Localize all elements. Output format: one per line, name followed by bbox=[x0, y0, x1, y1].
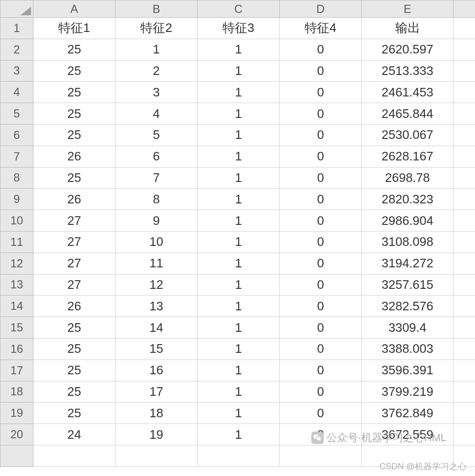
column-header-D[interactable]: D bbox=[280, 0, 362, 18]
cell-next-E[interactable] bbox=[362, 445, 454, 467]
cell-20-E[interactable]: 3672.559 bbox=[362, 424, 454, 445]
row-header-9[interactable]: 9 bbox=[0, 189, 33, 210]
cell-next-next[interactable] bbox=[454, 445, 475, 467]
cell-20-C[interactable]: 1 bbox=[198, 424, 280, 445]
cell-1-B[interactable]: 特征2 bbox=[116, 18, 198, 39]
cell-16-B[interactable]: 15 bbox=[116, 338, 198, 360]
row-header-18[interactable]: 18 bbox=[0, 381, 33, 403]
cell-20-next[interactable] bbox=[454, 424, 475, 445]
cell-13-B[interactable]: 12 bbox=[116, 275, 198, 296]
row-header-6[interactable]: 6 bbox=[0, 125, 33, 146]
cell-13-C[interactable]: 1 bbox=[198, 275, 280, 296]
cell-9-B[interactable]: 8 bbox=[116, 189, 198, 210]
row-header-13[interactable]: 13 bbox=[0, 275, 33, 296]
cell-18-A[interactable]: 25 bbox=[33, 381, 116, 403]
cell-19-A[interactable]: 25 bbox=[33, 402, 116, 424]
cell-1-E[interactable]: 输出 bbox=[362, 18, 454, 39]
cell-16-D[interactable]: 0 bbox=[280, 338, 362, 360]
cell-12-C[interactable]: 1 bbox=[198, 253, 280, 275]
row-header-19[interactable]: 19 bbox=[0, 402, 33, 424]
cell-8-A[interactable]: 25 bbox=[33, 168, 116, 189]
cell-next-A[interactable] bbox=[33, 445, 116, 467]
row-header-5[interactable]: 5 bbox=[0, 103, 33, 125]
cell-2-E[interactable]: 2620.597 bbox=[362, 39, 454, 61]
cell-12-E[interactable]: 3194.272 bbox=[362, 253, 454, 275]
cell-2-A[interactable]: 25 bbox=[33, 39, 116, 61]
cell-16-C[interactable]: 1 bbox=[198, 338, 280, 360]
cell-11-B[interactable]: 10 bbox=[116, 232, 198, 253]
cell-12-A[interactable]: 27 bbox=[33, 253, 116, 275]
cell-5-C[interactable]: 1 bbox=[198, 103, 280, 125]
select-all-corner[interactable] bbox=[0, 0, 33, 18]
cell-12-D[interactable]: 0 bbox=[280, 253, 362, 275]
cell-18-next[interactable] bbox=[454, 381, 475, 403]
row-header-16[interactable]: 16 bbox=[0, 338, 33, 360]
cell-next-B[interactable] bbox=[116, 445, 198, 467]
cell-7-E[interactable]: 2628.167 bbox=[362, 146, 454, 168]
cell-17-B[interactable]: 16 bbox=[116, 360, 198, 381]
cell-11-E[interactable]: 3108.098 bbox=[362, 232, 454, 253]
row-header-next[interactable] bbox=[0, 445, 33, 467]
cell-14-E[interactable]: 3282.576 bbox=[362, 296, 454, 317]
cell-5-A[interactable]: 25 bbox=[33, 103, 116, 125]
row-header-8[interactable]: 8 bbox=[0, 168, 33, 189]
cell-10-C[interactable]: 1 bbox=[198, 210, 280, 232]
cell-17-A[interactable]: 25 bbox=[33, 360, 116, 381]
cell-1-A[interactable]: 特征1 bbox=[33, 18, 116, 39]
cell-18-E[interactable]: 3799.219 bbox=[362, 381, 454, 403]
cell-18-D[interactable]: 0 bbox=[280, 381, 362, 403]
cell-8-D[interactable]: 0 bbox=[280, 168, 362, 189]
cell-12-next[interactable] bbox=[454, 253, 475, 275]
cell-17-E[interactable]: 3596.391 bbox=[362, 360, 454, 381]
cell-10-A[interactable]: 27 bbox=[33, 210, 116, 232]
cell-8-C[interactable]: 1 bbox=[198, 168, 280, 189]
column-header-A[interactable]: A bbox=[33, 0, 116, 18]
cell-7-next[interactable] bbox=[454, 146, 475, 168]
cell-15-B[interactable]: 14 bbox=[116, 317, 198, 338]
cell-9-A[interactable]: 26 bbox=[33, 189, 116, 210]
cell-4-next[interactable] bbox=[454, 82, 475, 103]
cell-14-next[interactable] bbox=[454, 296, 475, 317]
cell-3-E[interactable]: 2513.333 bbox=[362, 61, 454, 82]
cell-4-A[interactable]: 25 bbox=[33, 82, 116, 103]
spreadsheet-grid[interactable]: ABCDE1特征1特征2特征3特征4输出2251102620.597325210… bbox=[0, 0, 475, 467]
cell-8-next[interactable] bbox=[454, 168, 475, 189]
column-header-B[interactable]: B bbox=[116, 0, 198, 18]
row-header-10[interactable]: 10 bbox=[0, 210, 33, 232]
cell-2-next[interactable] bbox=[454, 39, 475, 61]
cell-7-C[interactable]: 1 bbox=[198, 146, 280, 168]
row-header-14[interactable]: 14 bbox=[0, 296, 33, 317]
cell-5-next[interactable] bbox=[454, 103, 475, 125]
row-header-11[interactable]: 11 bbox=[0, 232, 33, 253]
cell-13-A[interactable]: 27 bbox=[33, 275, 116, 296]
cell-3-C[interactable]: 1 bbox=[198, 61, 280, 82]
cell-6-C[interactable]: 1 bbox=[198, 125, 280, 146]
cell-9-C[interactable]: 1 bbox=[198, 189, 280, 210]
cell-5-E[interactable]: 2465.844 bbox=[362, 103, 454, 125]
cell-19-C[interactable]: 1 bbox=[198, 402, 280, 424]
cell-8-B[interactable]: 7 bbox=[116, 168, 198, 189]
row-header-3[interactable]: 3 bbox=[0, 61, 33, 82]
cell-6-B[interactable]: 5 bbox=[116, 125, 198, 146]
cell-3-A[interactable]: 25 bbox=[33, 61, 116, 82]
cell-14-A[interactable]: 26 bbox=[33, 296, 116, 317]
cell-4-D[interactable]: 0 bbox=[280, 82, 362, 103]
cell-19-B[interactable]: 18 bbox=[116, 402, 198, 424]
cell-4-B[interactable]: 3 bbox=[116, 82, 198, 103]
cell-14-D[interactable]: 0 bbox=[280, 296, 362, 317]
cell-1-D[interactable]: 特征4 bbox=[280, 18, 362, 39]
cell-14-C[interactable]: 1 bbox=[198, 296, 280, 317]
row-header-1[interactable]: 1 bbox=[0, 18, 33, 39]
row-header-12[interactable]: 12 bbox=[0, 253, 33, 275]
cell-19-next[interactable] bbox=[454, 402, 475, 424]
cell-20-A[interactable]: 24 bbox=[33, 424, 116, 445]
cell-3-D[interactable]: 0 bbox=[280, 61, 362, 82]
cell-9-E[interactable]: 2820.323 bbox=[362, 189, 454, 210]
cell-5-D[interactable]: 0 bbox=[280, 103, 362, 125]
cell-6-E[interactable]: 2530.067 bbox=[362, 125, 454, 146]
cell-10-E[interactable]: 2986.904 bbox=[362, 210, 454, 232]
cell-10-next[interactable] bbox=[454, 210, 475, 232]
cell-7-D[interactable]: 0 bbox=[280, 146, 362, 168]
cell-3-B[interactable]: 2 bbox=[116, 61, 198, 82]
cell-19-D[interactable]: 0 bbox=[280, 402, 362, 424]
